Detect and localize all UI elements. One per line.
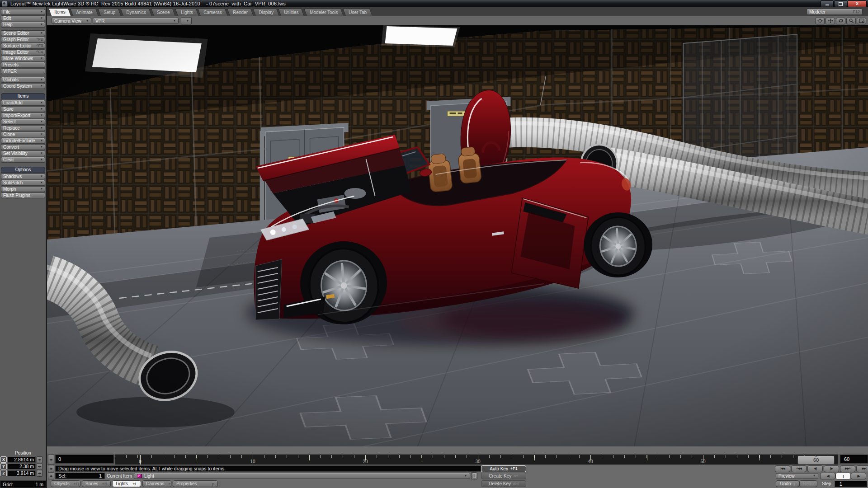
sel-label: Sel:	[58, 473, 66, 479]
menu-file[interactable]: File▼	[1, 9, 45, 15]
close-button[interactable]: X	[848, 0, 867, 7]
flush-plugins-button[interactable]: Flush Plugins	[1, 192, 45, 198]
timeline-ruler[interactable]: 0 10 20 30 40 50 ▲ 60	[115, 455, 838, 465]
dropdown-arrow-icon: ▼	[40, 100, 43, 105]
view-mode-dropdown[interactable]: Camera View ▼	[52, 18, 91, 24]
go-to-start-button[interactable]: |◀◀	[775, 465, 790, 472]
select-button[interactable]: Select▼	[1, 119, 45, 125]
go-to-end-button[interactable]: ▶▶|	[856, 465, 868, 472]
last-frame-field[interactable]: 60	[840, 455, 868, 464]
modeler-button[interactable]: Modeler F12	[807, 9, 863, 15]
sel-value: 1	[99, 473, 102, 479]
frame-spinner[interactable]: ◀▶	[48, 455, 54, 465]
set-visibility-button[interactable]: Set Visibility▼	[1, 150, 45, 156]
grid-size-field[interactable]: Grid: 1 m	[0, 480, 46, 488]
prev-key-button[interactable]: +◀◀	[791, 465, 807, 472]
morph-button[interactable]: Morph▼	[1, 186, 45, 192]
current-frame-field[interactable]: 0	[55, 455, 114, 464]
viewport-3d[interactable]	[47, 25, 868, 446]
menu-help[interactable]: Help▼	[1, 22, 45, 28]
convert-button[interactable]: Convert▼	[1, 144, 45, 150]
tab-dynamics[interactable]: Dynamics	[120, 9, 152, 16]
image-editor-button[interactable]: Image Editor^F4	[1, 49, 45, 55]
mode-cameras-button[interactable]: Cameras +C	[142, 480, 171, 487]
clear-button[interactable]: Clear▼	[1, 157, 45, 163]
tab-cameras[interactable]: Cameras	[198, 9, 227, 16]
rotate-view-icon[interactable]	[836, 18, 845, 24]
x-position-field[interactable]: 2.8614 m	[8, 457, 36, 463]
delete-key-button[interactable]: Delete Key del	[481, 480, 526, 487]
graph-editor-button[interactable]: Graph Editor^F2	[1, 37, 45, 42]
auto-key-button[interactable]: Auto Key +F1	[481, 465, 526, 472]
play-forward-button[interactable]: ||▶	[824, 465, 839, 472]
undo-button[interactable]: Undo u	[776, 480, 799, 487]
maximize-viewport-icon[interactable]	[857, 18, 866, 24]
x-spinner[interactable]: ◀▶	[37, 456, 42, 463]
tab-utilities[interactable]: Utilities	[278, 9, 305, 16]
next-key-button[interactable]: ▶▶+	[840, 465, 855, 472]
zoom-view-icon[interactable]	[846, 18, 856, 24]
viewport-options-dropdown[interactable]: ▼	[181, 17, 192, 24]
step-field[interactable]: 1	[835, 481, 867, 487]
menu-edit[interactable]: Edit▼	[1, 15, 45, 21]
restore-button[interactable]	[834, 0, 847, 7]
tab-animate[interactable]: Animate	[71, 9, 99, 16]
z-axis-chip[interactable]: Z	[0, 470, 7, 476]
dropdown-arrow-icon: ▼	[186, 19, 189, 22]
z-position-field[interactable]: 3.914 m	[8, 470, 36, 476]
replace-button[interactable]: Replace▼	[1, 125, 45, 131]
globals-button[interactable]: Globals▼	[1, 77, 45, 83]
viper-button[interactable]: VIPER	[1, 68, 45, 74]
item-list-button[interactable]	[471, 472, 477, 479]
end-frame-slider[interactable]: ▲ 60	[797, 455, 835, 465]
preview-dropdown[interactable]: Preview ▼	[776, 473, 818, 479]
tab-scene[interactable]: Scene	[151, 9, 175, 16]
dropdown-arrow-icon: ▼	[40, 126, 43, 131]
subpatch-button[interactable]: SubPatch▼	[1, 180, 45, 186]
dropdown-arrow-icon: ▼	[40, 132, 43, 137]
position-header: Position	[0, 450, 46, 456]
y-spinner[interactable]: ◀▶	[37, 463, 42, 470]
import-export-button[interactable]: Import/Export▼	[1, 113, 45, 118]
pan-view-icon[interactable]	[826, 18, 835, 24]
tab-display[interactable]: Display	[253, 9, 279, 16]
play-reverse-button[interactable]: ◀||	[807, 465, 823, 472]
pause-button[interactable]: ||	[835, 473, 851, 479]
coord-system-button[interactable]: Coord System▼	[1, 83, 45, 89]
vignette	[47, 25, 868, 446]
y-position-field[interactable]: 2.38 m	[8, 464, 36, 469]
mode-bones-button[interactable]: Bones +B	[82, 480, 111, 487]
x-axis-chip[interactable]: X	[0, 456, 7, 463]
step-forward-button[interactable]: ▶	[851, 473, 866, 479]
tab-render[interactable]: Render	[227, 9, 254, 16]
tab-items[interactable]: Items	[48, 8, 71, 16]
y-axis-chip[interactable]: Y	[0, 463, 7, 469]
scene-editor-button[interactable]: Scene Editor▼	[1, 30, 45, 36]
redo-button[interactable]: Redo	[799, 480, 817, 487]
tab-modeler-tools[interactable]: Modeler Tools	[304, 9, 344, 16]
include-exclude-button[interactable]: Include/Exclude▼	[1, 138, 45, 144]
save-button[interactable]: Save▼	[1, 106, 45, 112]
minimize-button[interactable]	[821, 0, 834, 7]
mode-lights-button[interactable]: Lights +L	[112, 480, 141, 487]
clone-button[interactable]: Clone▼	[1, 131, 45, 137]
selection-count-field[interactable]: Sel: 1	[55, 473, 105, 479]
center-item-icon[interactable]	[815, 18, 825, 24]
tab-user-tab[interactable]: User Tab	[343, 9, 373, 16]
shadows-button[interactable]: Shadows▼	[1, 174, 45, 179]
create-key-button[interactable]: Create Key ret	[481, 473, 526, 479]
render-mode-dropdown[interactable]: VPR ▼	[93, 18, 179, 24]
hint-spinner[interactable]: ◀▶	[48, 465, 54, 472]
step-back-button[interactable]: ◀	[820, 473, 835, 479]
presets-button[interactable]: Presets	[1, 62, 45, 68]
surface-editor-button[interactable]: Surface Editor^F3	[1, 43, 45, 49]
tab-setup[interactable]: Setup	[98, 9, 121, 16]
tab-lights[interactable]: Lights	[175, 9, 199, 16]
properties-button[interactable]: Properties p	[173, 480, 218, 487]
mode-objects-button[interactable]: Objects +O	[51, 480, 80, 487]
z-spinner[interactable]: ◀▶	[37, 470, 42, 477]
more-windows-button[interactable]: More Windows▼	[1, 56, 45, 61]
sel-spinner[interactable]: ◀▶	[48, 472, 54, 479]
current-item-dropdown[interactable]: Light ▼	[134, 473, 470, 479]
load-add-button[interactable]: Load/Add▼	[1, 100, 45, 106]
